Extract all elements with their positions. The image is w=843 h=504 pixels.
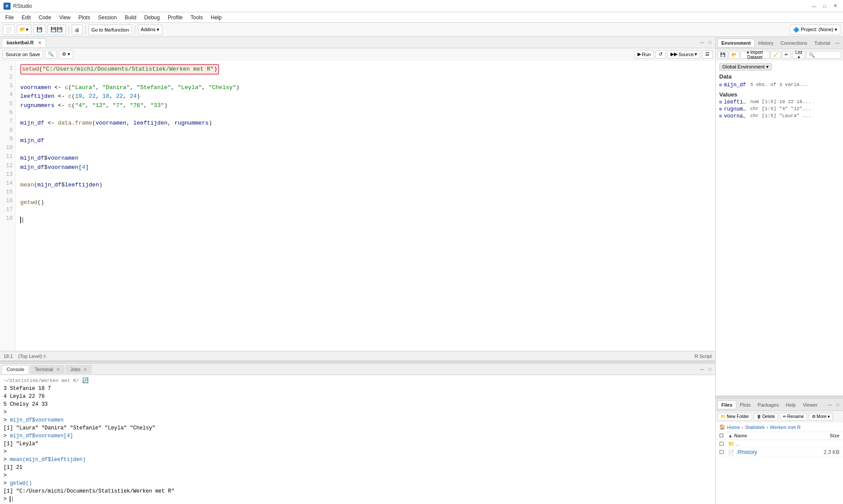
rerun-button[interactable]: ↺ — [656, 50, 666, 59]
toolbar-separator-1 — [68, 25, 69, 34]
print-button[interactable]: 🖨 — [72, 25, 83, 35]
files-size-header: Size — [813, 433, 839, 439]
env-rugnummers-row[interactable]: ⊙ rugnum… chr [1:5] "4" "12"... — [719, 106, 839, 113]
clear-env-button[interactable]: 🧹 — [771, 51, 781, 59]
save-env-button[interactable]: 💾 — [717, 51, 728, 59]
menu-debug[interactable]: Debug — [141, 14, 163, 21]
console-output-voornamen: [1] "Laura" "Danira" "Stefanie" "Leyla" … — [4, 424, 712, 432]
parent-dir-name[interactable]: .. — [736, 441, 813, 447]
files-tab-viewer[interactable]: Viewer — [799, 401, 821, 409]
delete-button[interactable]: 🗑 Delete — [754, 413, 778, 421]
console-panel-controls: — □ — [699, 366, 713, 373]
minimize-button[interactable]: — — [810, 3, 818, 9]
run-button[interactable]: ▶ Run — [634, 50, 654, 59]
env-tab-environment[interactable]: Environment — [717, 39, 755, 47]
menu-session[interactable]: Session — [94, 14, 120, 21]
console-tabs: Console Terminal ✕ Jobs ✕ — □ — [0, 364, 715, 375]
files-panel-controls: — □ — [826, 401, 841, 408]
rename-label: Rename — [787, 414, 804, 419]
files-tab-files[interactable]: Files — [717, 400, 736, 409]
console-body[interactable]: ~/Statistiek/Werken met R/ 🔃 3 Stefanie … — [0, 375, 715, 504]
env-search-input[interactable] — [806, 51, 841, 59]
new-file-button[interactable]: 📄 — [3, 25, 15, 35]
files-list-header: ☐ ▲ Name Size — [716, 432, 843, 440]
console-minimize-button[interactable]: — — [699, 366, 706, 373]
save-all-button[interactable]: 💾💾 — [47, 25, 66, 35]
console-tab-jobs[interactable]: Jobs ✕ — [65, 365, 92, 374]
path-werken-link[interactable]: Werken met R — [770, 425, 800, 430]
menu-edit[interactable]: Edit — [18, 14, 34, 21]
run-label: Run — [642, 52, 651, 57]
env-leeftijden-row[interactable]: ⊙ leefti… num [1:5] 19 22 18... — [719, 99, 839, 106]
maximize-button[interactable]: □ — [820, 3, 829, 9]
rhistory-checkbox[interactable]: ☐ — [719, 449, 726, 455]
rename-button[interactable]: ✏ Rename — [780, 413, 807, 421]
file-row-rhistory[interactable]: ☐ 📄 .Rhistory 2.3 KB — [716, 448, 843, 457]
env-tab-tutorial[interactable]: Tutorial — [811, 39, 834, 47]
rhistory-file-size: 2.3 KB — [813, 449, 839, 455]
env-tab-history[interactable]: History — [755, 39, 777, 47]
menu-build[interactable]: Build — [121, 14, 140, 21]
console-output-5: 5 Chelsy 24 33 — [4, 400, 712, 408]
env-voornamen-value: chr [1:5] "Laura" ... — [750, 113, 811, 118]
env-leeftijden-value: num [1:5] 19 22 18... — [750, 99, 811, 104]
import-dataset-button[interactable]: ▾ Import Dataset — [740, 51, 770, 59]
code-content[interactable]: setwd("C:/Users/michi/Documents/Statisti… — [16, 61, 715, 351]
menu-tools[interactable]: Tools — [187, 14, 206, 21]
console-tab-terminal[interactable]: Terminal ✕ — [30, 365, 65, 374]
console-maximize-button[interactable]: □ — [706, 366, 713, 373]
addins-button[interactable]: Addins ▾ — [138, 25, 163, 35]
refresh-env-button[interactable]: ✏ — [782, 51, 791, 59]
app-title: RStudio — [13, 3, 810, 9]
menu-profile[interactable]: Profile — [164, 14, 186, 21]
menu-help[interactable]: Help — [207, 14, 225, 21]
save-button[interactable]: 💾 — [33, 25, 46, 35]
close-button[interactable]: ✕ — [831, 3, 839, 9]
menu-code[interactable]: Code — [35, 14, 55, 21]
menu-plots[interactable]: Plots — [75, 14, 94, 21]
more-button[interactable]: ⚙ More ▾ — [809, 413, 833, 421]
env-minimize-button[interactable]: — — [834, 39, 841, 46]
code-editor[interactable]: 1 2 3 4 5 6 7 8 9 10 11 12 13 14 15 16 — [0, 61, 715, 351]
project-button[interactable]: 🔷 Project: (None) ▾ — [790, 25, 840, 35]
files-tab-plots[interactable]: Plots — [736, 401, 754, 409]
global-env-selector[interactable]: Global Environment ▾ — [719, 63, 772, 71]
environment-tabs: Environment History Connections Tutorial… — [716, 37, 843, 49]
env-voornamen-row[interactable]: ⊙ voorna… chr [1:5] "Laura" ... — [719, 113, 839, 120]
env-mijn-df-name: mijn_df — [724, 82, 750, 88]
files-tab-help[interactable]: Help — [782, 401, 800, 409]
editor-maximize-button[interactable]: □ — [706, 39, 713, 46]
open-file-button[interactable]: 📂▾ — [17, 25, 32, 35]
load-env-button[interactable]: 📂 — [729, 51, 739, 59]
files-maximize-button[interactable]: □ — [834, 401, 841, 408]
env-tab-connections[interactable]: Connections — [777, 39, 811, 47]
console-active-prompt[interactable]: > | — [4, 495, 712, 503]
file-row-parent[interactable]: ☐ 📁 .. — [716, 440, 843, 448]
env-panel-controls: — □ — [834, 39, 843, 46]
menu-view[interactable]: View — [56, 14, 74, 21]
new-folder-button[interactable]: 📁 New Folder — [717, 413, 752, 421]
files-tab-packages[interactable]: Packages — [754, 401, 782, 409]
console-tab-console[interactable]: Console — [2, 365, 29, 374]
editor-tab-close[interactable]: ✕ — [38, 40, 41, 45]
files-content: ☐ ▲ Name Size ☐ 📁 .. ☐ 📄 .Rhistory — [716, 432, 843, 504]
files-breadcrumb: 🏠 Home › Statistiek › Werken met R — [716, 422, 843, 432]
editor-tab-basketbal[interactable]: basketbal.R ✕ — [2, 38, 46, 47]
source-on-save-button[interactable]: Source on Save — [3, 50, 43, 59]
menu-file[interactable]: File — [2, 14, 17, 21]
path-home-link[interactable]: Home — [727, 425, 740, 430]
path-sep-2: › — [767, 425, 768, 430]
env-mijn-df-row[interactable]: ⊙ mijn_df 5 obs. of 3 varia... — [719, 82, 839, 89]
files-name-header: ▲ Name — [728, 433, 813, 439]
parent-checkbox[interactable]: ☐ — [719, 441, 726, 447]
go-to-file-button[interactable]: Go to file/function — [88, 25, 132, 35]
editor-extra-button[interactable]: ☰ — [702, 50, 713, 59]
files-minimize-button[interactable]: — — [826, 401, 833, 408]
editor-minimize-button[interactable]: — — [699, 39, 706, 46]
search-code-button[interactable]: 🔍 — [45, 50, 57, 59]
rhistory-file-name[interactable]: .Rhistory — [736, 449, 813, 455]
path-statistiek-link[interactable]: Statistiek — [745, 425, 765, 430]
list-view-button[interactable]: List ▾ — [793, 51, 805, 59]
source-button[interactable]: ▶▶ Source ▾ — [667, 50, 700, 59]
code-options-button[interactable]: ⚙ ▾ — [59, 50, 73, 59]
